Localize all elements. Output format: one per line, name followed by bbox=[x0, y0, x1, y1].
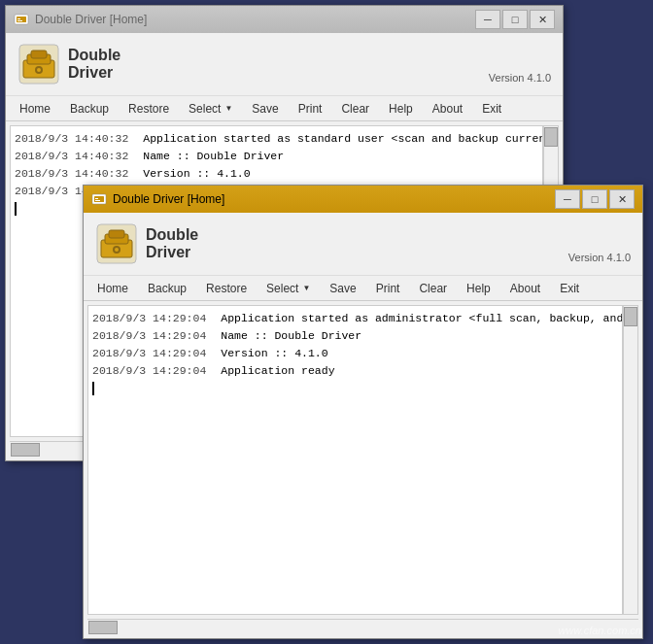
menu-clear-2[interactable]: Clear bbox=[409, 278, 457, 299]
scrollbar-v-2[interactable] bbox=[623, 305, 638, 615]
log-container-2: 2018/9/3 14:29:04 Application started as… bbox=[84, 301, 642, 619]
app-header-1: Double Driver Version 4.1.0 bbox=[6, 33, 563, 96]
menu-backup-1[interactable]: Backup bbox=[60, 98, 119, 119]
logo-line2-1: Driver bbox=[68, 64, 120, 82]
titlebar-1: Double Driver [Home] ─ □ ✕ bbox=[6, 6, 563, 33]
menubar-1: Home Backup Restore Select ▼ Save Print … bbox=[6, 96, 563, 121]
version-text-1: Version 4.1.0 bbox=[489, 72, 551, 87]
menu-select-2[interactable]: Select ▼ bbox=[257, 278, 320, 299]
svg-rect-7 bbox=[31, 51, 47, 58]
text-cursor-1 bbox=[15, 202, 17, 216]
scrollbar-thumb-h-2[interactable] bbox=[88, 621, 118, 634]
maximize-btn-1[interactable]: □ bbox=[502, 10, 528, 29]
scrollbar-thumb-v-1[interactable] bbox=[544, 127, 558, 147]
svg-point-19 bbox=[115, 248, 119, 252]
window-controls-2: ─ □ ✕ bbox=[555, 189, 635, 209]
app-logo-1: Double Driver bbox=[17, 43, 120, 85]
window-title-2: Double Driver [Home] bbox=[113, 192, 224, 206]
log-line-1-2: 2018/9/3 14:40:32 Version :: 4.1.0 bbox=[15, 165, 538, 183]
svg-rect-17 bbox=[109, 230, 124, 238]
menu-print-2[interactable]: Print bbox=[366, 278, 410, 299]
menu-backup-2[interactable]: Backup bbox=[138, 278, 196, 299]
logo-text-1: Double Driver bbox=[68, 47, 120, 82]
menu-help-2[interactable]: Help bbox=[457, 278, 500, 299]
logo-icon-1 bbox=[17, 43, 60, 85]
menu-select-1[interactable]: Select ▼ bbox=[179, 98, 242, 119]
app-icon-2 bbox=[91, 191, 107, 207]
menu-exit-1[interactable]: Exit bbox=[472, 98, 511, 119]
scrollbar-thumb-v-2[interactable] bbox=[624, 307, 637, 326]
menu-help-1[interactable]: Help bbox=[379, 98, 423, 119]
app-logo-2: Double Driver bbox=[95, 222, 198, 265]
cursor-line-2 bbox=[92, 380, 618, 397]
close-btn-2[interactable]: ✕ bbox=[609, 189, 635, 209]
menu-save-2[interactable]: Save bbox=[320, 278, 365, 299]
maximize-btn-2[interactable]: □ bbox=[582, 189, 607, 209]
log-line-2-1: 2018/9/3 14:29:04 Name :: Double Driver bbox=[92, 327, 618, 345]
logo-line2-2: Driver bbox=[146, 244, 198, 261]
watermark: www.cfan.com.cn bbox=[558, 625, 641, 636]
menu-restore-2[interactable]: Restore bbox=[196, 278, 257, 299]
app-icon-1 bbox=[14, 12, 29, 27]
titlebar-left-2: Double Driver [Home] bbox=[91, 191, 224, 207]
menu-print-1[interactable]: Print bbox=[289, 98, 332, 119]
log-line-1-1: 2018/9/3 14:40:32 Name :: Double Driver bbox=[15, 148, 538, 165]
svg-rect-2 bbox=[17, 18, 20, 19]
log-line-1-0: 2018/9/3 14:40:32 Application started as… bbox=[15, 130, 538, 148]
window-2: Double Driver [Home] ─ □ ✕ bbox=[83, 185, 643, 639]
logo-icon-2 bbox=[95, 222, 138, 265]
log-line-2-3: 2018/9/3 14:29:04 Application ready bbox=[92, 362, 618, 380]
menu-about-2[interactable]: About bbox=[500, 278, 550, 299]
scrollbar-thumb-h-1[interactable] bbox=[11, 443, 40, 457]
svg-rect-12 bbox=[95, 198, 98, 199]
log-line-2-2: 2018/9/3 14:29:04 Version :: 4.1.0 bbox=[92, 345, 618, 362]
menu-clear-1[interactable]: Clear bbox=[331, 98, 379, 119]
scrollbar-h-2[interactable] bbox=[87, 619, 638, 634]
svg-rect-13 bbox=[95, 200, 100, 201]
titlebar-2: Double Driver [Home] ─ □ ✕ bbox=[84, 186, 642, 213]
logo-text-2: Double Driver bbox=[146, 226, 198, 261]
menu-exit-2[interactable]: Exit bbox=[550, 278, 589, 299]
svg-rect-3 bbox=[17, 20, 22, 21]
menu-home-2[interactable]: Home bbox=[87, 278, 138, 299]
window-controls-1: ─ □ ✕ bbox=[475, 10, 555, 29]
desktop: Double Driver [Home] ─ □ ✕ bbox=[0, 0, 653, 644]
select-arrow-2: ▼ bbox=[302, 284, 310, 292]
menubar-2: Home Backup Restore Select ▼ Save Print … bbox=[84, 276, 642, 301]
text-cursor-2 bbox=[92, 382, 94, 395]
menu-restore-1[interactable]: Restore bbox=[119, 98, 179, 119]
window-title-1: Double Driver [Home] bbox=[35, 13, 147, 26]
log-content-2: 2018/9/3 14:29:04 Application started as… bbox=[87, 305, 623, 615]
logo-line1-1: Double bbox=[68, 47, 120, 64]
minimize-btn-2[interactable]: ─ bbox=[555, 189, 580, 209]
select-arrow-1: ▼ bbox=[224, 104, 232, 113]
version-text-2: Version 4.1.0 bbox=[568, 252, 631, 267]
menu-home-1[interactable]: Home bbox=[10, 98, 60, 119]
titlebar-left-1: Double Driver [Home] bbox=[14, 12, 147, 27]
menu-about-1[interactable]: About bbox=[423, 98, 472, 119]
minimize-btn-1[interactable]: ─ bbox=[475, 10, 500, 29]
close-btn-1[interactable]: ✕ bbox=[530, 10, 555, 29]
svg-point-9 bbox=[37, 68, 41, 72]
window-body-2: Double Driver Version 4.1.0 Home Backup … bbox=[84, 213, 642, 638]
app-header-2: Double Driver Version 4.1.0 bbox=[84, 213, 642, 276]
logo-line1-2: Double bbox=[146, 226, 198, 244]
log-line-2-0: 2018/9/3 14:29:04 Application started as… bbox=[92, 310, 618, 327]
menu-save-1[interactable]: Save bbox=[242, 98, 288, 119]
